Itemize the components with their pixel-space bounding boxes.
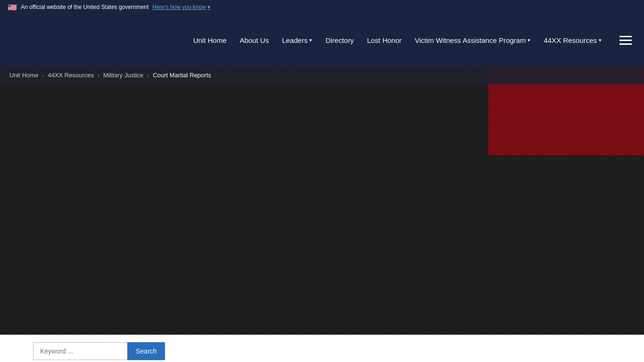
hamburger-line-1 xyxy=(619,36,632,37)
nav-44xx-resources[interactable]: 44XX Resources ▾ xyxy=(538,32,607,49)
breadcrumb-unit-home[interactable]: Unit Home xyxy=(9,72,38,79)
leaders-chevron-icon: ▾ xyxy=(309,37,312,43)
search-input[interactable] xyxy=(33,342,127,360)
44xx-resources-chevron-icon: ▾ xyxy=(599,37,602,43)
nav-leaders[interactable]: Leaders ▾ xyxy=(276,32,318,49)
gov-banner-text: An official website of the United States… xyxy=(21,4,149,10)
search-row: Search xyxy=(0,335,644,362)
gov-banner: 🇺🇸 An official website of the United Sta… xyxy=(0,0,644,14)
search-button[interactable]: Search xyxy=(127,342,165,360)
breadcrumb-military-justice[interactable]: Military Justice xyxy=(103,72,143,79)
breadcrumb-sep-3: › xyxy=(147,72,149,79)
nav-lost-honor[interactable]: Lost Honor xyxy=(361,32,407,49)
navbar: Unit Home About Us Leaders ▾ Directory L… xyxy=(0,14,644,66)
hamburger-line-3 xyxy=(619,43,632,45)
nav-about-us[interactable]: About Us xyxy=(234,32,274,49)
breadcrumb: Unit Home › 44XX Resources › Military Ju… xyxy=(0,66,644,84)
nav-victim-witness[interactable]: Victim Witness Assistance Program ▾ xyxy=(409,32,537,49)
hamburger-button[interactable] xyxy=(617,33,635,48)
how-to-know-chevron: ▾ xyxy=(207,4,210,10)
breadcrumb-44xx-resources[interactable]: 44XX Resources xyxy=(48,72,94,79)
victim-witness-chevron-icon: ▾ xyxy=(528,37,530,43)
hamburger-line-2 xyxy=(619,40,632,41)
breadcrumb-sep-1: › xyxy=(42,72,44,79)
content-area: Search TITLE DESCRIPTION PUBLICATION DAT… xyxy=(0,335,644,362)
how-to-know-link[interactable]: Here's how you know ▾ xyxy=(152,4,210,10)
main-nav: Unit Home About Us Leaders ▾ Directory L… xyxy=(188,32,635,49)
breadcrumb-current: Court Martial Reports xyxy=(153,72,211,79)
hero-area: Unit Home › 44XX Resources › Military Ju… xyxy=(0,66,644,335)
how-to-know-label: Here's how you know xyxy=(152,4,206,10)
nav-directory[interactable]: Directory xyxy=(320,32,359,49)
us-flag-icon: 🇺🇸 xyxy=(8,3,17,12)
nav-unit-home[interactable]: Unit Home xyxy=(188,32,232,49)
breadcrumb-sep-2: › xyxy=(98,72,99,79)
